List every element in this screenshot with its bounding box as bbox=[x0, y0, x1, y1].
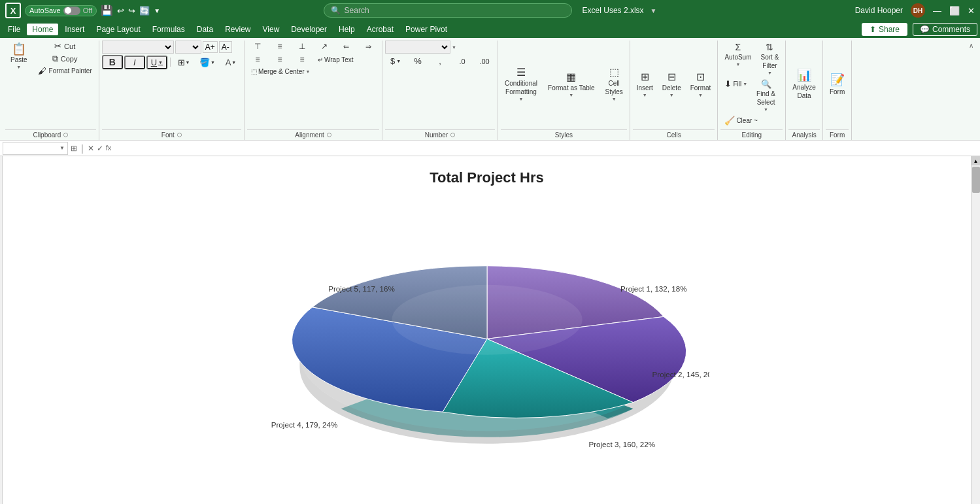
menu-file[interactable]: File bbox=[3, 24, 25, 35]
copy-button[interactable]: ⧉ Copy bbox=[34, 53, 96, 64]
currency-button[interactable]: $▼ bbox=[385, 55, 406, 67]
ribbon-collapse-button[interactable]: ∧ bbox=[965, 41, 977, 140]
align-top-button[interactable]: ⊤ bbox=[247, 41, 268, 52]
percent-button[interactable]: % bbox=[407, 55, 428, 67]
font-expand-icon[interactable]: ⬡ bbox=[177, 132, 182, 138]
name-box[interactable]: ▼ bbox=[3, 142, 68, 155]
fill-button[interactable]: ⬇ Fill ▼ bbox=[720, 78, 751, 90]
menu-insert[interactable]: Insert bbox=[59, 24, 90, 35]
autosave-label: AutoSave bbox=[29, 7, 61, 14]
conditional-formatting-icon: ☰ bbox=[516, 66, 526, 78]
ribbon-group-alignment: ⊤ ≡ ⊥ ↗ ⇐ ⇒ ≡ ≡ ≡ ↵ Wrap Text bbox=[245, 41, 382, 140]
indent-increase-button[interactable]: ⇒ bbox=[358, 41, 379, 52]
restore-icon[interactable]: ⬜ bbox=[949, 6, 960, 16]
menu-power-pivot[interactable]: Power Pivot bbox=[400, 24, 452, 35]
menu-view[interactable]: View bbox=[258, 24, 285, 35]
menu-acrobat[interactable]: Acrobat bbox=[362, 24, 399, 35]
name-box-dropdown[interactable]: ▼ bbox=[59, 145, 65, 151]
clear-icon: 🧹 bbox=[724, 116, 735, 126]
scroll-up-arrow[interactable]: ▲ bbox=[972, 156, 981, 165]
clear-button[interactable]: 🧹 Clear ~ bbox=[720, 114, 762, 127]
merge-center-button[interactable]: ⬚ Merge & Center ▼ bbox=[247, 67, 314, 76]
clipboard-expand-icon[interactable]: ⬡ bbox=[63, 132, 68, 138]
align-right-button[interactable]: ≡ bbox=[292, 54, 313, 65]
autosave-icon[interactable]: 🔄 bbox=[139, 6, 150, 16]
menu-help[interactable]: Help bbox=[333, 24, 360, 35]
share-icon: ⬆ bbox=[870, 25, 876, 34]
menu-data[interactable]: Data bbox=[192, 24, 218, 35]
menu-formulas[interactable]: Formulas bbox=[147, 24, 190, 35]
comments-button[interactable]: 💬 Comments bbox=[913, 23, 977, 36]
menu-developer[interactable]: Developer bbox=[286, 24, 332, 35]
conditional-formatting-button[interactable]: ☰ Conditional Formatting ▼ bbox=[501, 65, 541, 103]
cell-styles-button[interactable]: ⬚ Cell Styles ▼ bbox=[601, 65, 627, 103]
formula-cancel-icon[interactable]: ✕ bbox=[88, 144, 94, 153]
formula-expand-icon[interactable]: ⊞ bbox=[71, 144, 77, 153]
wrap-text-button[interactable]: ↵ Wrap Text bbox=[314, 55, 358, 65]
number-format-select[interactable] bbox=[385, 41, 450, 54]
font-family-select[interactable] bbox=[102, 41, 174, 54]
paste-button[interactable]: 📋 Paste ▼ bbox=[5, 41, 33, 72]
number-expand-icon[interactable]: ⬡ bbox=[450, 132, 455, 138]
merge-icon: ⬚ bbox=[251, 68, 257, 75]
decimal-increase-button[interactable]: .0 bbox=[452, 56, 473, 67]
format-as-table-button[interactable]: ▦ Format as Table ▼ bbox=[544, 69, 599, 99]
chart-container[interactable]: Total Project Hrs bbox=[3, 156, 971, 504]
analyze-data-button[interactable]: 📊 Analyze Data bbox=[788, 67, 820, 101]
cell-styles-icon: ⬚ bbox=[609, 66, 619, 78]
fill-color-button[interactable]: 🪣▼ bbox=[195, 56, 219, 69]
bold-button[interactable]: B bbox=[102, 55, 123, 69]
align-bottom-button[interactable]: ⊥ bbox=[292, 41, 313, 52]
align-middle-button[interactable]: ≡ bbox=[269, 41, 290, 52]
menu-home[interactable]: Home bbox=[27, 24, 58, 35]
align-center-button[interactable]: ≡ bbox=[269, 54, 290, 65]
menu-review[interactable]: Review bbox=[220, 24, 256, 35]
menu-page-layout[interactable]: Page Layout bbox=[91, 24, 145, 35]
cut-button[interactable]: ✂ Cut bbox=[34, 41, 96, 52]
underline-button[interactable]: U ▼ bbox=[146, 56, 167, 69]
filename-dropdown[interactable]: ▼ bbox=[651, 7, 657, 14]
decimal-decrease-button[interactable]: .00 bbox=[474, 56, 495, 67]
ribbon-group-form: 📝 Form Form bbox=[823, 41, 852, 140]
minimize-icon[interactable]: — bbox=[933, 6, 941, 16]
font-color-button[interactable]: A▼ bbox=[220, 56, 241, 69]
ribbon: 📋 Paste ▼ ✂ Cut ⧉ Copy 🖌 bbox=[0, 38, 980, 141]
autosave-toggle[interactable]: AutoSave Off bbox=[25, 5, 97, 16]
styles-label: Styles bbox=[501, 129, 627, 140]
format-button[interactable]: ⊡ Format ▼ bbox=[686, 69, 715, 99]
indent-decrease-button[interactable]: ⇐ bbox=[336, 41, 357, 52]
font-label: Font ⬡ bbox=[102, 129, 241, 140]
formula-confirm-icon[interactable]: ✓ bbox=[97, 144, 103, 153]
customize-icon[interactable]: ▼ bbox=[154, 7, 160, 14]
borders-button[interactable]: ⊞▼ bbox=[173, 56, 194, 69]
form-button[interactable]: 📝 Form bbox=[826, 71, 849, 97]
font-size-select[interactable] bbox=[175, 41, 201, 54]
insert-button[interactable]: ⊞ Insert ▼ bbox=[633, 69, 657, 99]
comma-button[interactable]: , bbox=[430, 55, 450, 67]
svg-point-1 bbox=[392, 285, 582, 355]
sort-filter-button[interactable]: ⇅ Sort & Filter ▼ bbox=[757, 41, 783, 76]
redo-icon[interactable]: ↪ bbox=[128, 6, 135, 16]
share-button[interactable]: ⬆ Share bbox=[862, 23, 907, 36]
autosum-button[interactable]: Σ AutoSum ▼ bbox=[720, 41, 755, 68]
user-avatar[interactable]: DH bbox=[911, 3, 925, 18]
formula-input[interactable] bbox=[114, 142, 977, 155]
search-bar[interactable]: 🔍 Search bbox=[324, 3, 572, 18]
alignment-expand-icon[interactable]: ⬡ bbox=[327, 132, 331, 138]
formula-function-icon[interactable]: fx bbox=[106, 144, 112, 153]
close-icon[interactable]: ✕ bbox=[968, 6, 975, 16]
save-icon[interactable]: 💾 bbox=[101, 5, 113, 16]
analysis-label: Analysis bbox=[788, 129, 820, 140]
formula-separator: | bbox=[80, 143, 85, 154]
format-painter-button[interactable]: 🖌 Format Painter bbox=[34, 65, 96, 76]
font-decrease-button[interactable]: A- bbox=[219, 41, 232, 53]
align-left-button[interactable]: ≡ bbox=[247, 54, 268, 65]
ribbon-group-cells: ⊞ Insert ▼ ⊟ Delete ▼ ⊡ Format bbox=[630, 41, 718, 140]
text-direction-button[interactable]: ↗ bbox=[314, 41, 335, 52]
font-increase-button[interactable]: A+ bbox=[203, 41, 218, 53]
italic-button[interactable]: I bbox=[124, 56, 145, 69]
delete-button[interactable]: ⊟ Delete ▼ bbox=[658, 69, 685, 99]
find-select-button[interactable]: 🔍 Find & Select ▼ bbox=[752, 78, 779, 113]
scroll-thumb[interactable] bbox=[972, 167, 980, 193]
undo-icon[interactable]: ↩ bbox=[117, 6, 124, 16]
